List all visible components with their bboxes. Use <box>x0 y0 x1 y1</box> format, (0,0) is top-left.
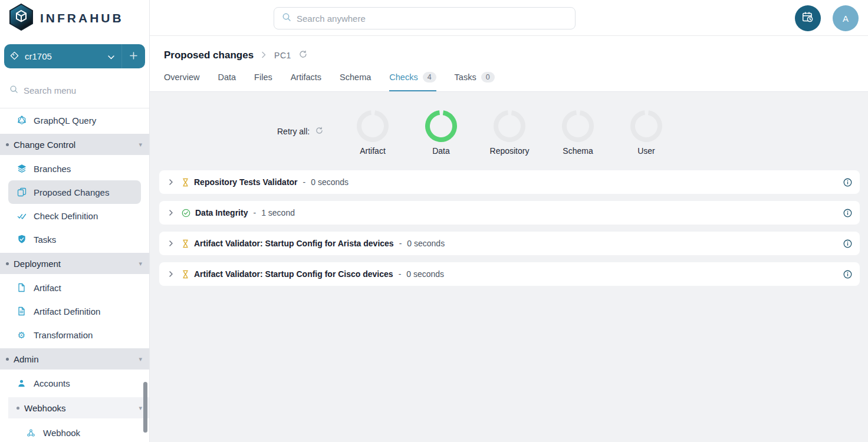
checks-count-badge: 4 <box>423 72 436 83</box>
expand-chevron-icon[interactable] <box>165 176 177 188</box>
category-label: User <box>637 146 655 156</box>
validator-row-data-integrity[interactable]: Data Integrity - 1 second <box>159 201 860 225</box>
progress-ring-icon <box>356 110 389 143</box>
tab-artifacts[interactable]: Artifacts <box>291 66 321 91</box>
tab-bar: Overview Data Files Artifacts Schema Che… <box>150 66 495 91</box>
add-branch-button[interactable] <box>122 51 145 61</box>
sidebar-item-label: Webhook <box>43 428 80 438</box>
bullet-icon <box>17 407 19 410</box>
info-icon[interactable] <box>843 209 852 217</box>
breadcrumb-chevron-icon <box>261 51 267 60</box>
avatar-letter: A <box>843 14 849 24</box>
separator: - <box>253 208 256 217</box>
topbar: A <box>150 0 868 36</box>
validator-name: Artifact Validator: Startup Config for C… <box>194 269 393 279</box>
collapse-triangle-icon[interactable]: ▾ <box>139 260 142 268</box>
sidebar-section-change-control[interactable]: Change Control ▾ <box>0 134 149 155</box>
tab-overview[interactable]: Overview <box>164 66 199 91</box>
tab-data[interactable]: Data <box>218 66 236 91</box>
tab-files[interactable]: Files <box>254 66 272 91</box>
search-icon <box>9 85 18 96</box>
branch-name: cr1705 <box>25 51 52 61</box>
sidebar-search-input[interactable] <box>24 85 130 95</box>
separator: - <box>399 269 402 279</box>
category-label: Artifact <box>360 146 386 156</box>
sidebar-item-label: Artifact Definition <box>34 306 100 316</box>
sidebar-item-label: Check Definition <box>34 211 98 221</box>
shield-check-icon <box>17 235 27 244</box>
validator-duration: 0 seconds <box>406 269 444 279</box>
bullet-icon <box>6 262 9 265</box>
time-travel-button[interactable] <box>795 5 821 31</box>
branch-chevron-down-icon[interactable] <box>101 51 121 61</box>
validator-row-cisco-artifacts[interactable]: Artifact Validator: Startup Config for C… <box>159 262 860 286</box>
info-icon[interactable] <box>843 270 852 279</box>
infrahub-logo-icon <box>8 4 34 33</box>
global-search[interactable] <box>274 7 576 29</box>
refresh-icon[interactable] <box>299 50 307 61</box>
collapse-triangle-icon[interactable]: ▾ <box>139 141 142 149</box>
collapse-triangle-icon[interactable]: ▾ <box>139 355 142 363</box>
webhook-icon <box>26 428 36 437</box>
progress-ring-icon <box>561 110 594 143</box>
branch-selector[interactable]: cr1705 <box>4 44 145 68</box>
tab-checks[interactable]: Checks 4 <box>389 66 436 91</box>
validator-list: Repository Tests Validator - 0 seconds D… <box>150 157 868 286</box>
sidebar-subsection-webhooks[interactable]: Webhooks ▾ <box>8 397 149 418</box>
tasks-count-badge: 0 <box>481 72 495 83</box>
app-title: INFRAHUB <box>40 11 124 25</box>
expand-chevron-icon[interactable] <box>165 238 177 249</box>
sidebar-item-graphql-query[interactable]: GraphQL Query <box>0 108 149 132</box>
branches-stack-icon <box>17 164 27 173</box>
branch-icon <box>10 51 19 62</box>
sidebar-section-admin[interactable]: Admin ▾ <box>0 348 149 370</box>
info-icon[interactable] <box>843 178 852 187</box>
collapse-triangle-icon[interactable]: ▾ <box>139 404 142 412</box>
category-user[interactable]: User <box>612 110 680 156</box>
validator-row-repository-tests[interactable]: Repository Tests Validator - 0 seconds <box>159 170 860 194</box>
expand-chevron-icon[interactable] <box>165 207 177 219</box>
hourglass-icon <box>182 239 189 248</box>
progress-ring-icon <box>630 110 663 143</box>
sidebar-item-artifact-definition[interactable]: Artifact Definition <box>0 299 149 323</box>
info-icon[interactable] <box>843 239 852 248</box>
separator: - <box>303 177 306 187</box>
category-repository[interactable]: Repository <box>475 110 544 156</box>
app-logo[interactable]: INFRAHUB <box>0 0 149 37</box>
user-avatar[interactable]: A <box>833 5 859 31</box>
retry-all-label: Retry all: <box>277 127 310 136</box>
section-label: Change Control <box>14 140 75 150</box>
document-icon <box>17 283 27 292</box>
hourglass-icon <box>182 178 189 187</box>
validator-duration: 1 second <box>261 208 295 217</box>
category-data[interactable]: Data <box>407 110 475 156</box>
category-schema[interactable]: Schema <box>544 110 612 156</box>
calendar-clock-icon <box>801 11 814 26</box>
sidebar-item-label: Tasks <box>34 235 56 245</box>
validator-row-arista-artifacts[interactable]: Artifact Validator: Startup Config for A… <box>159 232 860 255</box>
category-label: Data <box>432 146 450 156</box>
bullet-icon <box>6 358 9 361</box>
sidebar-item-artifact[interactable]: Artifact <box>0 276 149 299</box>
validator-duration: 0 seconds <box>407 239 445 248</box>
retry-all-refresh-icon[interactable] <box>315 127 323 136</box>
section-label: Admin <box>14 354 39 364</box>
sidebar-item-webhook[interactable]: Webhook <box>0 421 149 442</box>
check-category-rings: Artifact Data Repository Schema User <box>338 110 680 156</box>
tab-schema[interactable]: Schema <box>340 66 371 91</box>
sidebar-item-accounts[interactable]: Accounts <box>0 371 149 395</box>
tab-tasks[interactable]: Tasks 0 <box>455 66 495 91</box>
sidebar-item-transformation[interactable]: ⚙ Transformation <box>0 323 149 347</box>
expand-chevron-icon[interactable] <box>165 268 177 280</box>
sidebar-scrollbar[interactable] <box>143 382 147 433</box>
category-artifact[interactable]: Artifact <box>338 110 407 156</box>
sidebar-item-tasks[interactable]: Tasks <box>0 227 149 251</box>
double-check-icon <box>17 211 27 220</box>
sidebar-section-deployment[interactable]: Deployment ▾ <box>0 253 149 274</box>
sidebar-item-label: Transformation <box>34 330 93 340</box>
sidebar-item-proposed-changes[interactable]: Proposed Changes <box>8 180 141 204</box>
sidebar-search[interactable] <box>0 78 149 102</box>
sidebar-item-check-definition[interactable]: Check Definition <box>0 204 149 227</box>
global-search-input[interactable] <box>297 14 556 24</box>
sidebar-item-branches[interactable]: Branches <box>0 157 149 180</box>
